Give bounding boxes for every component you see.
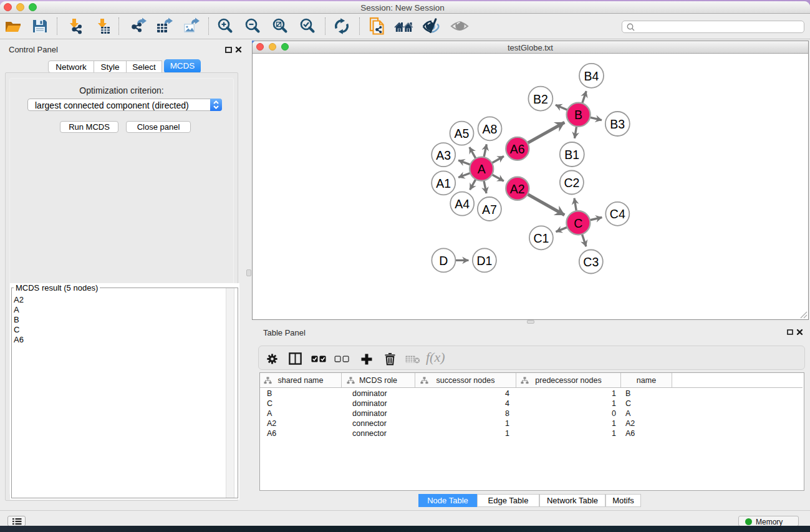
svg-text:B: B [574,108,582,122]
svg-text:B1: B1 [564,148,579,162]
svg-text:A: A [478,162,486,176]
svg-text:B4: B4 [584,69,599,83]
svg-text:A2: A2 [510,182,525,196]
svg-text:B3: B3 [610,117,625,131]
svg-text:A5: A5 [455,127,470,140]
svg-text:C1: C1 [533,231,549,245]
svg-text:A3: A3 [436,148,451,162]
svg-text:A4: A4 [455,197,470,211]
svg-text:C3: C3 [583,255,599,269]
svg-text:D1: D1 [476,254,492,268]
svg-text:B2: B2 [533,92,548,106]
svg-text:C: C [574,216,582,230]
svg-text:A7: A7 [482,203,497,216]
svg-text:A8: A8 [483,122,498,136]
svg-text:C2: C2 [564,176,579,190]
svg-text:C4: C4 [610,207,625,221]
svg-text:D: D [439,254,448,268]
svg-text:A6: A6 [510,142,525,156]
svg-text:A1: A1 [436,177,451,190]
